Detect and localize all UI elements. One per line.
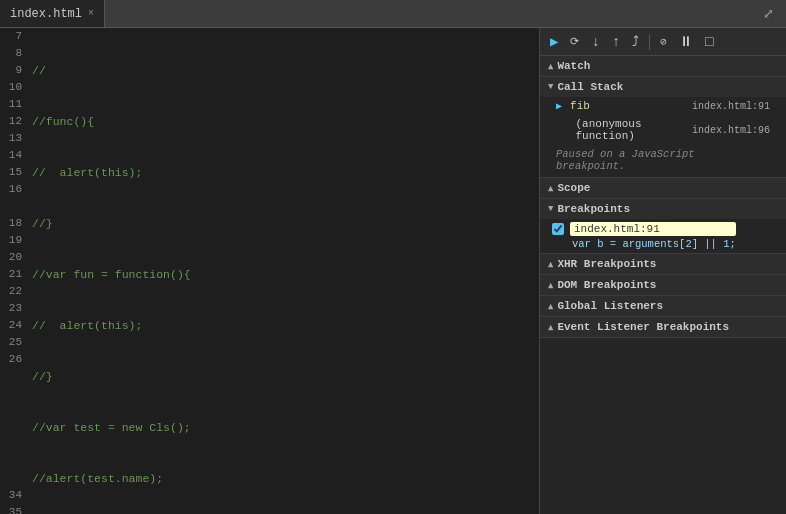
debug-toolbar: ▶ ⟳ ↓ ↑ ⤴ ⊘ ⏸ □ [540, 28, 786, 56]
step-into-button[interactable]: ↑ [608, 32, 624, 52]
global-listeners-label: Global Listeners [557, 300, 663, 312]
tab-close-button[interactable]: × [88, 8, 94, 19]
event-listener-breakpoints-label: Event Listener Breakpoints [557, 321, 729, 333]
global-listeners-section[interactable]: ▶ Global Listeners [540, 296, 786, 317]
deactivate-breakpoints-button[interactable]: ⊘ [656, 33, 671, 50]
call-stack-triangle-icon: ▼ [548, 82, 553, 92]
watch-section-header[interactable]: ▶ Watch [540, 56, 786, 76]
call-stack-section-header[interactable]: ▼ Call Stack [540, 77, 786, 97]
watch-section-label: Watch [557, 60, 590, 72]
paused-message: Paused on a JavaScript breakpoint. [540, 145, 786, 177]
call-stack-fn-name-anonymous: (anonymous function) [576, 118, 684, 142]
global-listeners-triangle-icon: ▶ [545, 303, 556, 308]
xhr-breakpoints-section[interactable]: ▶ XHR Breakpoints [540, 254, 786, 275]
breakpoint-file-0: index.html:91 [570, 222, 736, 236]
breakpoint-content-0: index.html:91 var b = arguments[2] || 1; [570, 222, 736, 250]
breakpoint-item-0[interactable]: index.html:91 var b = arguments[2] || 1; [540, 219, 786, 253]
scope-triangle-icon: ▶ [545, 185, 556, 190]
call-stack-file-ref-anonymous: index.html:96 [692, 125, 770, 136]
breakpoints-section-label: Breakpoints [557, 203, 630, 215]
breakpoint-checkbox-0[interactable] [552, 223, 564, 235]
tab-bar: index.html × ⤢ [0, 0, 786, 28]
step-over-button[interactable]: ↓ [587, 32, 603, 52]
call-stack-section-label: Call Stack [557, 81, 623, 93]
reload-button[interactable]: ⟳ [566, 33, 583, 50]
watch-section: ▶ Watch [540, 56, 786, 77]
dom-triangle-icon: ▶ [545, 282, 556, 287]
breakpoints-section: ▼ Breakpoints index.html:91 var b = argu… [540, 199, 786, 254]
breakpoint-code-0: var b = arguments[2] || 1; [570, 238, 736, 250]
expand-icon[interactable]: ⤢ [759, 4, 778, 24]
watch-triangle-icon: ▶ [545, 63, 556, 68]
right-panel: ▶ ⟳ ↓ ↑ ⤴ ⊘ ⏸ □ ▶ Watch ▼ Call Stack [540, 28, 786, 514]
active-frame-arrow: ▶ [556, 100, 562, 112]
call-stack-item-fib[interactable]: ▶ fib index.html:91 [540, 97, 786, 115]
pause-on-exceptions-button[interactable]: ⏸ [675, 32, 697, 52]
tab-bar-icons: ⤢ [759, 4, 786, 24]
call-stack-item-anonymous[interactable]: (anonymous function) index.html:96 [540, 115, 786, 145]
scope-section-label: Scope [557, 182, 590, 194]
stop-button[interactable]: □ [701, 32, 717, 52]
line-numbers: 7 8 9 10 11 12 13 14 15 16 18 19 20 21 2… [0, 28, 28, 514]
event-listener-breakpoints-section[interactable]: ▶ Event Listener Breakpoints [540, 317, 786, 338]
scope-section: ▶ Scope [540, 178, 786, 199]
xhr-breakpoints-label: XHR Breakpoints [557, 258, 656, 270]
resume-button[interactable]: ▶ [546, 31, 562, 52]
tab-index-html[interactable]: index.html × [0, 0, 105, 27]
call-stack-section: ▼ Call Stack ▶ fib index.html:91 (anonym… [540, 77, 786, 178]
scope-section-header[interactable]: ▶ Scope [540, 178, 786, 198]
call-stack-file-ref-fib: index.html:91 [692, 101, 770, 112]
event-listener-triangle-icon: ▶ [545, 324, 556, 329]
tab-filename: index.html [10, 7, 82, 21]
step-out-button[interactable]: ⤴ [628, 32, 643, 52]
code-area[interactable]: 7 8 9 10 11 12 13 14 15 16 18 19 20 21 2… [0, 28, 539, 514]
breakpoints-section-header[interactable]: ▼ Breakpoints [540, 199, 786, 219]
xhr-triangle-icon: ▶ [545, 261, 556, 266]
dom-breakpoints-section[interactable]: ▶ DOM Breakpoints [540, 275, 786, 296]
code-content[interactable]: // //func(){ // alert(this); //} //var f… [28, 28, 539, 514]
main-layout: 7 8 9 10 11 12 13 14 15 16 18 19 20 21 2… [0, 28, 786, 514]
call-stack-fn-name-fib: fib [570, 100, 590, 112]
code-panel: 7 8 9 10 11 12 13 14 15 16 18 19 20 21 2… [0, 28, 540, 514]
breakpoints-triangle-icon: ▼ [548, 204, 553, 214]
toolbar-separator [649, 34, 650, 50]
dom-breakpoints-label: DOM Breakpoints [557, 279, 656, 291]
